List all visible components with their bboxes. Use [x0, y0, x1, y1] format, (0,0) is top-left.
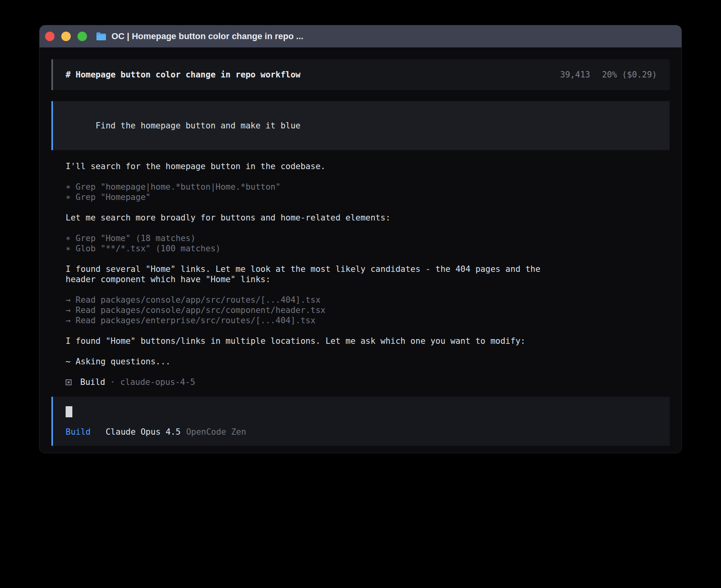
interrupt-label: interrupt [158, 452, 203, 453]
transcript-gap [66, 346, 670, 356]
assistant-text-line: header component which have "Home" links… [66, 274, 670, 285]
session-header: # Homepage button color change in repo w… [51, 59, 670, 90]
window-title-text: OC | Homepage button color change in rep… [111, 31, 303, 41]
provider-label: OpenCode Zen [186, 427, 246, 437]
agent-status-row: Build · claude-opus-4-5 [66, 377, 670, 387]
transcript-gap [66, 285, 670, 295]
transcript-gap [66, 254, 670, 264]
tool-call-line: ∗ Grep "Homepage" [66, 192, 670, 202]
assistant-text-line: I found several "Home" links. Let me loo… [66, 264, 670, 274]
folder-icon [96, 32, 107, 41]
agent-mode-label: Build [66, 427, 91, 437]
transcript: I'll search for the homepage button in t… [51, 161, 670, 387]
user-message: Find the homepage button and make it blu… [51, 101, 670, 150]
assistant-text-line: Let me search more broadly for buttons a… [66, 213, 670, 223]
shortcut-key: tab [531, 452, 546, 453]
transcript-gap [66, 223, 670, 233]
user-message-text: Find the homepage button and make it blu… [96, 121, 300, 130]
session-meta: 39,413 20% ($0.29) [560, 70, 657, 80]
window-title: OC | Homepage button color change in rep… [96, 31, 303, 41]
tool-call-line: → Read packages/enterprise/src/routes/[.… [66, 315, 670, 326]
prompt-input[interactable]: Build Claude Opus 4.5 OpenCode Zen [51, 397, 670, 446]
assistant-text-line: I found "Home" buttons/links in multiple… [66, 336, 670, 346]
tool-call-line: ∗ Grep "homepage|home.*button|Home.*butt… [66, 182, 670, 192]
tool-call-line: → Read packages/console/app/src/componen… [66, 305, 670, 315]
statusbar: ········ esc interrupt ctrl+tvariantstab… [51, 452, 670, 453]
tool-call-line: → Read packages/console/app/src/routes/[… [66, 295, 670, 305]
assistant-text-line: I'll search for the homepage button in t… [66, 161, 670, 172]
token-count: 39,413 [560, 70, 590, 80]
transcript-gap [66, 202, 670, 213]
session-title: # Homepage button color change in repo w… [66, 70, 300, 80]
assistant-text-line: ~ Asking questions... [66, 356, 670, 367]
working-dots-indicator: ········ [51, 452, 120, 453]
shortcut-label: agents [551, 452, 581, 453]
input-meta: Build Claude Opus 4.5 OpenCode Zen [66, 427, 657, 437]
close-window-button[interactable] [45, 32, 55, 41]
transcript-gap [66, 172, 670, 182]
shortcut-agents: tabagents [531, 452, 581, 453]
esc-key-label: esc [138, 452, 153, 453]
statusbar-shortcuts: ctrl+tvariantstabagentsctrl+pcommands [442, 452, 670, 453]
transcript-gap [66, 326, 670, 336]
shortcut-label: commands [630, 452, 670, 453]
interrupt-hint: esc interrupt [120, 452, 203, 453]
window-titlebar: OC | Homepage button color change in rep… [40, 25, 681, 47]
zoom-window-button[interactable] [77, 32, 87, 41]
tool-call-line: ∗ Glob "**/*.tsx" (100 matches) [66, 243, 670, 254]
agent-model: claude-opus-4-5 [120, 377, 195, 387]
traffic-lights [45, 32, 87, 41]
minimize-window-button[interactable] [61, 32, 71, 41]
agent-icon [66, 379, 72, 385]
terminal-content: # Homepage button color change in repo w… [40, 47, 681, 453]
context-percent-cost: 20% ($0.29) [602, 70, 657, 80]
model-label: Claude Opus 4.5 [106, 427, 181, 437]
tool-call-line: ∗ Grep "Home" (18 matches) [66, 233, 670, 243]
text-cursor [66, 406, 72, 417]
shortcut-key: ctrl+t [442, 452, 472, 453]
terminal-window: OC | Homepage button color change in rep… [40, 25, 681, 453]
agent-name: Build [80, 377, 105, 387]
shortcut-variants: ctrl+tvariants [442, 452, 517, 453]
shortcut-label: variants [478, 452, 517, 453]
shortcut-key: ctrl+p [595, 452, 625, 453]
transcript-gap [66, 367, 670, 377]
shortcut-commands: ctrl+pcommands [595, 452, 670, 453]
agent-separator: · [105, 377, 120, 387]
